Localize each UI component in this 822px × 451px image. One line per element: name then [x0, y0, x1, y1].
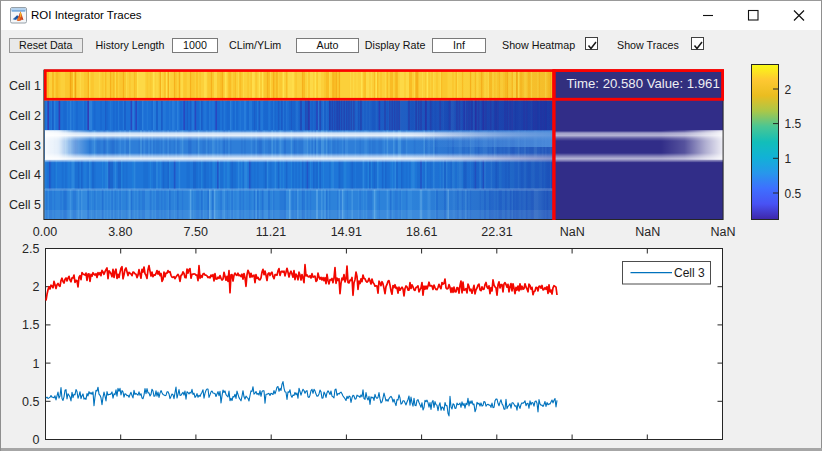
svg-text:NaN: NaN	[635, 225, 660, 239]
svg-text:14.91: 14.91	[331, 225, 362, 239]
svg-text:0: 0	[33, 433, 40, 447]
svg-text:2.5: 2.5	[22, 242, 39, 256]
svg-text:3.80: 3.80	[108, 225, 132, 239]
svg-text:2: 2	[785, 83, 792, 97]
svg-text:18.61: 18.61	[406, 225, 437, 239]
svg-text:1: 1	[785, 152, 792, 166]
svg-text:Cell 3: Cell 3	[9, 139, 41, 153]
svg-text:1.5: 1.5	[22, 318, 39, 332]
svg-text:Cell 1: Cell 1	[9, 79, 41, 93]
svg-text:Cell 4: Cell 4	[9, 168, 41, 182]
svg-text:NaN: NaN	[710, 225, 735, 239]
svg-text:11.21: 11.21	[256, 225, 286, 239]
svg-text:Cell 5: Cell 5	[9, 198, 41, 212]
svg-text:NaN: NaN	[560, 225, 585, 239]
svg-text:0.5: 0.5	[22, 395, 39, 409]
svg-text:0.5: 0.5	[785, 187, 802, 201]
svg-text:Cell 3: Cell 3	[674, 266, 705, 280]
svg-text:1: 1	[33, 357, 40, 371]
svg-text:0.00: 0.00	[33, 225, 57, 239]
svg-text:2: 2	[33, 280, 40, 294]
svg-text:1.5: 1.5	[785, 117, 802, 131]
svg-text:7.50: 7.50	[184, 225, 208, 239]
svg-text:22.31: 22.31	[481, 225, 512, 239]
svg-text:Cell 2: Cell 2	[9, 109, 41, 123]
svg-text:Time: 20.580 Value: 1.961: Time: 20.580 Value: 1.961	[567, 76, 720, 91]
